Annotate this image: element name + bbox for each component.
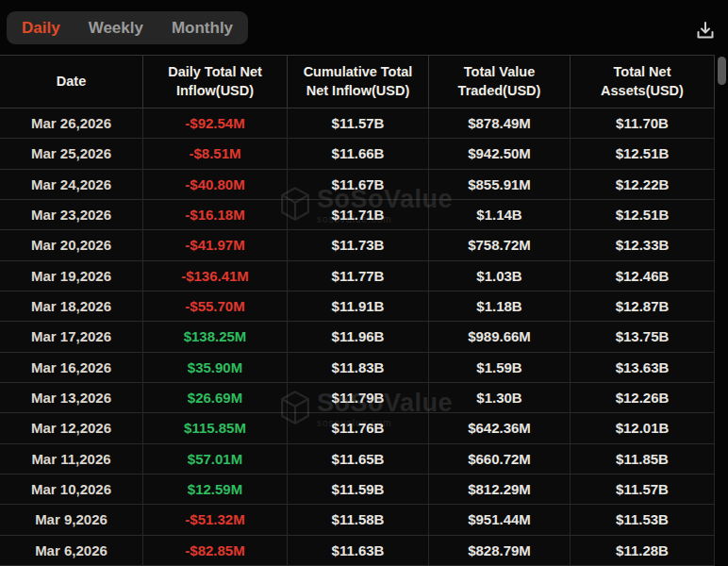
cell-cumulative-inflow: $11.76B	[288, 413, 429, 443]
period-tab-group: Daily Weekly Monthly	[7, 11, 248, 44]
cell-net-assets: $12.33B	[571, 230, 715, 260]
cell-net-assets: $12.87B	[571, 291, 715, 322]
cell-cumulative-inflow: $11.71B	[288, 200, 429, 230]
cell-net-assets: $13.63B	[571, 353, 715, 383]
cell-cumulative-inflow: $11.63B	[288, 536, 429, 566]
cell-cumulative-inflow: $11.65B	[288, 444, 429, 474]
cell-value-traded: $942.50M	[429, 139, 571, 169]
cell-daily-inflow: -$92.54M	[143, 108, 288, 139]
cell-cumulative-inflow: $11.66B	[288, 139, 429, 169]
cell-net-assets: $12.26B	[571, 383, 715, 413]
cell-date: Mar 13,2026	[0, 383, 143, 413]
cell-net-assets: $12.46B	[571, 261, 715, 291]
cell-daily-inflow: $57.01M	[143, 444, 288, 474]
data-table: Date Daily Total Net Inflow(USD) Cumulat…	[0, 55, 715, 566]
cell-value-traded: $758.72M	[429, 230, 571, 260]
cell-net-assets: $12.22B	[571, 170, 715, 200]
cell-net-assets: $12.01B	[571, 413, 715, 443]
cell-net-assets: $11.70B	[571, 108, 715, 139]
column-header-net-assets: Total Net Assets(USD)	[570, 55, 715, 108]
download-icon	[694, 19, 717, 42]
cell-date: Mar 23,2026	[0, 200, 143, 230]
cell-net-assets: $11.57B	[571, 474, 715, 505]
cell-net-assets: $13.75B	[571, 322, 715, 352]
cell-date: Mar 11,2026	[0, 444, 143, 474]
scrollbar-thumb[interactable]	[718, 57, 726, 85]
tab-weekly[interactable]: Weekly	[89, 20, 143, 36]
cell-daily-inflow: -$55.70M	[143, 291, 288, 322]
tab-daily[interactable]: Daily	[22, 20, 60, 36]
cell-daily-inflow: -$16.18M	[143, 200, 288, 230]
cell-net-assets: $12.51B	[571, 139, 715, 169]
cell-daily-inflow: -$82.85M	[143, 536, 288, 566]
cell-daily-inflow: -$41.97M	[143, 230, 288, 260]
cell-date: Mar 17,2026	[0, 322, 143, 352]
cell-date: Mar 20,2026	[0, 230, 143, 260]
cell-value-traded: $1.03B	[429, 261, 571, 291]
cell-date: Mar 6,2026	[0, 536, 143, 566]
cell-date: Mar 12,2026	[0, 413, 143, 443]
cell-cumulative-inflow: $11.96B	[288, 322, 429, 352]
cell-net-assets: $12.51B	[571, 200, 715, 230]
cell-value-traded: $1.59B	[429, 353, 571, 383]
cell-value-traded: $1.14B	[429, 200, 571, 230]
cell-cumulative-inflow: $11.73B	[288, 230, 429, 260]
cell-net-assets: $11.53B	[571, 505, 715, 535]
cell-date: Mar 9,2026	[0, 505, 143, 535]
cell-date: Mar 10,2026	[0, 474, 143, 505]
cell-cumulative-inflow: $11.83B	[288, 353, 429, 383]
tab-monthly[interactable]: Monthly	[172, 20, 233, 36]
column-header-daily-inflow: Daily Total Net Inflow(USD)	[142, 55, 288, 108]
column-header-value-traded: Total Value Traded(USD)	[428, 55, 571, 108]
cell-daily-inflow: -$8.51M	[143, 139, 288, 169]
cell-cumulative-inflow: $11.67B	[288, 170, 429, 200]
download-button[interactable]	[692, 17, 719, 43]
cell-cumulative-inflow: $11.57B	[288, 108, 429, 139]
cell-date: Mar 16,2026	[0, 353, 143, 383]
cell-value-traded: $1.18B	[429, 291, 571, 322]
cell-cumulative-inflow: $11.59B	[288, 474, 429, 505]
cell-net-assets: $11.28B	[571, 536, 715, 566]
cell-value-traded: $660.72M	[429, 444, 571, 474]
cell-date: Mar 18,2026	[0, 291, 143, 322]
cell-value-traded: $989.66M	[429, 322, 571, 352]
top-toolbar: Daily Weekly Monthly	[0, 0, 728, 55]
cell-date: Mar 26,2026	[0, 108, 143, 139]
scrollbar-track[interactable]	[715, 55, 728, 566]
cell-daily-inflow: -$40.80M	[143, 170, 288, 200]
cell-daily-inflow: $138.25M	[143, 322, 288, 352]
cell-daily-inflow: $12.59M	[143, 474, 288, 505]
cell-cumulative-inflow: $11.91B	[288, 291, 429, 322]
cell-date: Mar 19,2026	[0, 261, 143, 291]
cell-daily-inflow: $35.90M	[143, 353, 288, 383]
cell-cumulative-inflow: $11.79B	[288, 383, 429, 413]
column-header-cumulative-inflow: Cumulative Total Net Inflow(USD)	[287, 55, 429, 108]
cell-daily-inflow: -$136.41M	[143, 261, 288, 291]
cell-value-traded: $1.30B	[429, 383, 571, 413]
cell-daily-inflow: $115.85M	[143, 413, 288, 443]
cell-daily-inflow: $26.69M	[143, 383, 288, 413]
cell-net-assets: $11.85B	[571, 444, 715, 474]
cell-cumulative-inflow: $11.77B	[288, 261, 429, 291]
cell-cumulative-inflow: $11.58B	[288, 505, 429, 535]
cell-value-traded: $812.29M	[429, 474, 571, 505]
cell-daily-inflow: -$51.32M	[143, 505, 288, 535]
cell-value-traded: $642.36M	[429, 413, 571, 443]
cell-value-traded: $951.44M	[429, 505, 571, 535]
column-header-date: Date	[0, 55, 143, 108]
cell-date: Mar 24,2026	[0, 170, 143, 200]
cell-date: Mar 25,2026	[0, 139, 143, 169]
cell-value-traded: $828.79M	[429, 536, 571, 566]
cell-value-traded: $878.49M	[429, 108, 571, 139]
cell-value-traded: $855.91M	[429, 170, 571, 200]
